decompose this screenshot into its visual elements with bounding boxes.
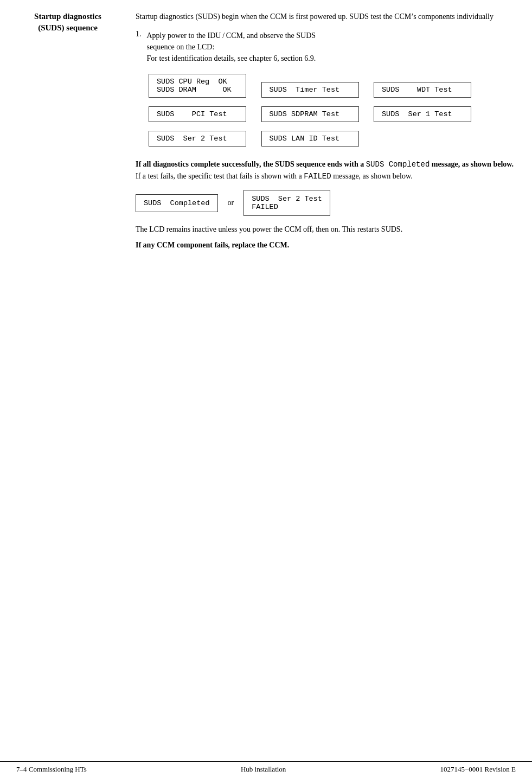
lcd-box-1: SUDS CPU Reg OK SUDS DRAM OK <box>149 74 246 98</box>
footer-left: 7–4 Commissioning HTs <box>16 765 87 774</box>
intro-text: Startup diagnostics (SUDS) begin when th… <box>136 11 516 22</box>
lcd-box-2: SUDS Timer Test <box>261 82 359 98</box>
or-label: or <box>228 199 234 207</box>
lcd-box-8: SUDS LAN ID Test <box>261 131 359 147</box>
lcd-box-4: SUDS PCI Test <box>149 106 246 122</box>
lcd-box-6: SUDS Ser 1 Test <box>374 106 471 122</box>
result-completed-box: SUDS Completed <box>136 194 218 212</box>
content-area: Startup diagnostics (SUDS) sequence Star… <box>0 0 532 761</box>
footer-center: Hub installation <box>241 765 286 774</box>
lcd-box-5: SUDS SDPRAM Test <box>261 106 359 122</box>
bottom-text: The LCD remains inactive unless you powe… <box>136 224 516 251</box>
step-number: 1. <box>136 30 142 64</box>
page: Startup diagnostics (SUDS) sequence Star… <box>0 0 532 777</box>
lcd-box-7: SUDS Ser 2 Test <box>149 131 246 147</box>
result-row: SUDS Completed or SUDS Ser 2 Test FAILED <box>136 190 516 216</box>
left-column: Startup diagnostics (SUDS) sequence <box>16 11 130 756</box>
lcd-box-3: SUDS WDT Test <box>374 82 471 98</box>
middle-text: If all diagnostics complete successfully… <box>136 158 516 182</box>
step-1: 1. Apply power to the IDU / CCM, and obs… <box>136 30 516 64</box>
result-failed-box: SUDS Ser 2 Test FAILED <box>243 190 330 216</box>
section-title: Startup diagnostics (SUDS) sequence <box>16 11 119 34</box>
step-1-text: Apply power to the IDU / CCM, and observ… <box>147 30 316 64</box>
right-column: Startup diagnostics (SUDS) begin when th… <box>130 11 516 756</box>
footer-right: 1027145−0001 Revision E <box>440 765 516 774</box>
footer: 7–4 Commissioning HTs Hub installation 1… <box>0 761 532 777</box>
